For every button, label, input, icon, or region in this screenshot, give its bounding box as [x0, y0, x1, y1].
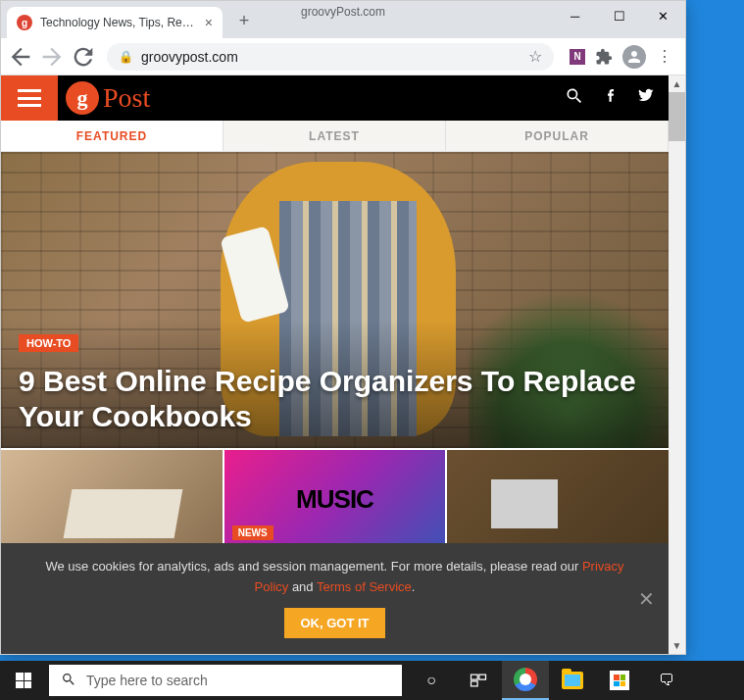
maximize-button[interactable]: ☐: [597, 1, 641, 30]
scroll-down-icon[interactable]: ▼: [669, 637, 685, 654]
search-placeholder: Type here to search: [86, 673, 208, 688]
tab-title: Technology News, Tips, Reviews,: [40, 16, 197, 29]
tab-featured[interactable]: FEATURED: [1, 121, 223, 151]
taskbar-search[interactable]: Type here to search: [49, 665, 402, 696]
chrome-taskbar-button[interactable]: [502, 661, 549, 700]
search-icon[interactable]: [565, 86, 584, 110]
facebook-icon[interactable]: [602, 86, 620, 110]
scroll-thumb[interactable]: [669, 92, 685, 141]
address-bar[interactable]: 🔒 groovypost.com ☆: [107, 43, 554, 71]
microsoft-store-icon: [610, 671, 629, 690]
app-taskbar-button[interactable]: 🗨: [643, 661, 690, 700]
logo-text: Post: [103, 82, 150, 114]
scrollbar[interactable]: ▲ ▼: [669, 75, 685, 654]
profile-avatar-icon[interactable]: [622, 45, 646, 69]
thumb-graphic-text: MUSIC: [296, 484, 373, 515]
cookie-message: We use cookies for analytics, ads and se…: [40, 557, 629, 598]
store-taskbar-button[interactable]: [596, 661, 643, 700]
extensions-icon[interactable]: [595, 48, 613, 66]
hamburger-icon: [18, 89, 41, 107]
site-logo[interactable]: g Post: [66, 81, 150, 115]
explorer-taskbar-button[interactable]: [549, 661, 596, 700]
task-view-button[interactable]: [455, 661, 502, 700]
back-button[interactable]: [7, 43, 34, 71]
tab-popular[interactable]: POPULAR: [446, 121, 669, 151]
content-tabs: FEATURED LATEST POPULAR: [1, 121, 669, 152]
tab-latest[interactable]: LATEST: [223, 121, 446, 151]
hero-article[interactable]: HOW-TO 9 Best Online Recipe Organizers T…: [1, 152, 669, 448]
cookie-banner: We use cookies for analytics, ads and se…: [1, 543, 669, 654]
tab-close-icon[interactable]: ×: [205, 15, 213, 30]
browser-tab[interactable]: g Technology News, Tips, Reviews, ×: [7, 7, 223, 38]
onenote-extension-icon[interactable]: N: [570, 49, 585, 65]
minimize-button[interactable]: ─: [553, 1, 597, 30]
start-button[interactable]: [0, 661, 47, 700]
url-text: groovypost.com: [141, 49, 521, 65]
category-tag[interactable]: HOW-TO: [19, 334, 78, 352]
scroll-up-icon[interactable]: ▲: [669, 75, 685, 92]
windows-taskbar: Type here to search ○ 🗨: [0, 661, 744, 700]
chrome-icon: [514, 668, 537, 691]
bookmark-star-icon[interactable]: ☆: [528, 47, 542, 66]
hamburger-menu-button[interactable]: [1, 75, 58, 121]
terms-link[interactable]: Terms of Service: [317, 579, 412, 594]
chrome-menu-icon[interactable]: ⋮: [656, 48, 673, 66]
browser-window: g Technology News, Tips, Reviews, × + gr…: [0, 0, 686, 655]
twitter-icon[interactable]: [637, 86, 655, 110]
secondary-articles: MUSIC NEWS: [1, 450, 669, 548]
overlay-hint: groovyPost.com: [301, 5, 385, 19]
cortana-button[interactable]: ○: [408, 661, 455, 700]
windows-logo-icon: [16, 673, 31, 688]
article-thumb[interactable]: MUSIC NEWS: [224, 450, 446, 548]
logo-mark-icon: g: [66, 81, 99, 115]
browser-toolbar: 🔒 groovypost.com ☆ N ⋮: [1, 38, 685, 75]
titlebar: g Technology News, Tips, Reviews, × + gr…: [1, 1, 685, 38]
article-thumb[interactable]: [447, 450, 669, 548]
close-window-button[interactable]: ✕: [641, 1, 685, 30]
favicon-icon: g: [17, 15, 32, 30]
viewport: g Post FEATURED LATEST POPULAR: [1, 75, 685, 654]
category-tag[interactable]: NEWS: [232, 525, 273, 540]
forward-button[interactable]: [38, 43, 66, 71]
cookie-close-icon[interactable]: ✕: [638, 587, 655, 611]
article-thumb[interactable]: [1, 450, 223, 548]
hero-title: 9 Best Online Recipe Organizers To Repla…: [19, 364, 651, 434]
new-tab-button[interactable]: +: [230, 7, 258, 34]
site-header: g Post: [1, 75, 669, 121]
search-icon: [61, 672, 76, 690]
cookie-accept-button[interactable]: OK, GOT IT: [284, 608, 384, 638]
reload-button[interactable]: [70, 43, 97, 71]
file-explorer-icon: [562, 672, 583, 689]
lock-icon: 🔒: [119, 50, 133, 64]
